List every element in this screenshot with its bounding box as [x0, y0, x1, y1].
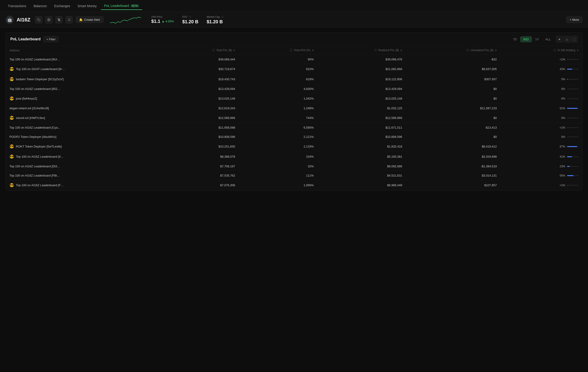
filter-button[interactable]: + Filter	[43, 36, 59, 43]
wallet-emoji: 😎	[10, 144, 14, 149]
unrealized-pnl: $3,014,131	[406, 171, 500, 180]
total-roi: 6,595%	[239, 123, 317, 132]
total-pnl: $13,025,148	[163, 94, 239, 104]
copy-icon[interactable]	[35, 16, 42, 23]
time-filter-1y[interactable]: 1Y	[532, 36, 542, 42]
col-holding-pct[interactable]: ⓘ % Still Holding ⬍	[500, 46, 582, 55]
total-roi: 1,042%	[239, 94, 317, 104]
holding-bar-fill	[567, 127, 567, 128]
beta-badge: BETA	[131, 4, 139, 7]
table-row[interactable]: POOP2 Token Deployer [4isuWiAz]$10,808,5…	[6, 132, 582, 141]
address-cell: POOP2 Token Deployer [4isuWiAz]	[6, 132, 163, 141]
svg-rect-0	[38, 19, 40, 21]
holding-pct-value: 0%	[559, 97, 565, 100]
table-row[interactable]: Top 100 on AI16Z Leaderboard [Dt3…$7,708…	[6, 162, 582, 171]
wallet-address: saood.sol [HWf7c3ev]	[16, 116, 45, 120]
mcap-section: Market Cap ⓘ $1.20 B	[207, 15, 224, 24]
nav-exchanges[interactable]: Exchanges	[51, 2, 73, 10]
create-alert-button[interactable]: 🔔 Create Alert	[75, 16, 104, 23]
realized-pnl: $12,589,966	[317, 113, 406, 123]
col-total-roi[interactable]: ⓘ Total ROI (%) ⬍	[239, 46, 317, 55]
wallet-emoji: 😎	[10, 154, 14, 159]
main-content: PnL Leaderboard + Filter 7D 90D 1Y ALL ★	[0, 28, 588, 195]
unrealized-pnl: $0	[406, 84, 500, 94]
top-navigation: Transactions Balances Exchanges Smart Mo…	[0, 0, 588, 12]
download-icon[interactable]	[563, 36, 570, 43]
holding-pct-value: 5%	[559, 78, 565, 81]
table-row[interactable]: 😎Top 100 on AI16Z Leaderboard [F…$7,076,…	[6, 180, 582, 190]
table-row[interactable]: Top 100 on AI16Z Leaderboard [FBi…$7,535…	[6, 171, 582, 180]
unrealized-pnl: -$32	[406, 55, 500, 64]
time-filter-group: 7D 90D 1Y ALL	[510, 36, 554, 42]
realized-pnl: $6,968,449	[317, 180, 406, 190]
sort-icon: ⬍	[233, 49, 235, 52]
unrealized-pnl: $0	[406, 113, 500, 123]
holding-pct-value: 56%	[559, 174, 565, 177]
table-row[interactable]: 😎Top 100 on AI16Z Leaderboard [9…$8,388,…	[6, 152, 582, 162]
unrealized-pnl: -$13,413	[406, 123, 500, 132]
time-filter-90d[interactable]: 90D	[520, 36, 532, 42]
bell-icon[interactable]	[65, 16, 73, 23]
more-button[interactable]: + More	[566, 16, 582, 23]
holding-bar-fill	[567, 108, 578, 109]
table-row[interactable]: Top 100 on AI16Z Leaderboard [Cya…$11,65…	[6, 123, 582, 132]
table-row[interactable]: 😎ROKT Token Deployer [5wTLevkk]$10,251,8…	[6, 141, 582, 152]
holding-bar-bg	[567, 59, 578, 60]
wallet-address: Top 100 on AI16Z Leaderboard [852…	[10, 87, 60, 91]
holding-pct-value: 0%	[559, 117, 565, 120]
time-filter-7d[interactable]: 7D	[510, 36, 520, 42]
table-body: Top 100 on AI16Z Leaderboard [9Ur…$39,06…	[6, 55, 582, 190]
col-unrealized-pnl[interactable]: ⓘ Unrealized PnL ($) ⬍	[406, 46, 500, 55]
holding-bar-fill	[567, 156, 572, 157]
star-icon[interactable]: ★	[556, 36, 563, 43]
wallet-address: degan-retard.sol [2UAeWoJ9]	[10, 106, 49, 110]
total-roi: 32%	[239, 162, 317, 171]
holding-pct-value: 43%	[559, 67, 565, 71]
wallet-address: POOP2 Token Deployer [4isuWiAz]	[10, 135, 56, 138]
unrealized-pnl: $0	[406, 132, 500, 141]
nav-smart-money[interactable]: Smart Money	[74, 2, 100, 10]
nav-transactions[interactable]: Transactions	[5, 2, 30, 10]
unrealized-pnl: $8,419,412	[406, 141, 500, 152]
nav-pnl-leaderboard[interactable]: PnL Leaderboard BETA	[101, 2, 142, 10]
total-pnl: $10,251,830	[163, 141, 239, 152]
table-row[interactable]: 😎pow [fwHknyxZ]$13,025,1481,042%$13,025,…	[6, 94, 582, 104]
realized-pnl: $13,429,094	[317, 84, 406, 94]
holding-pct-value: 0%	[559, 135, 565, 138]
table-row[interactable]: Top 100 on AI16Z Leaderboard [9Ur…$39,06…	[6, 55, 582, 64]
table-row[interactable]: Top 100 on AI16Z Leaderboard [852…$13,42…	[6, 84, 582, 94]
wallet-address: Top 100 on AI16Z Leaderboard [FBi…	[10, 174, 60, 177]
holding-bar-fill	[567, 166, 570, 167]
sort-icon: ⬍	[577, 49, 578, 52]
address-cell: Top 100 on AI16Z Leaderboard [FBi…	[6, 171, 163, 180]
table-header: Address ⓘ Total PnL ($) ⬍ ⓘ Total ROI (%…	[6, 46, 582, 55]
holding-bar-fill	[567, 69, 572, 70]
leaderboard-title: PnL Leaderboard	[10, 37, 41, 41]
col-total-pnl[interactable]: ⓘ Total PnL ($) ⬍	[163, 46, 239, 55]
holding-bar-fill	[567, 59, 567, 60]
globe-icon[interactable]	[45, 16, 52, 23]
address-cell: Top 100 on AI16Z Leaderboard [Cya…	[6, 123, 163, 132]
total-roi: 618%	[239, 74, 317, 84]
nav-balances[interactable]: Balances	[31, 2, 50, 10]
fullscreen-icon[interactable]	[571, 36, 578, 43]
unrealized-pnl: $11,587,219	[406, 104, 500, 113]
table-row[interactable]: 😎badaim Token Deployer [5C2yZxzV]$19,430…	[6, 74, 582, 84]
realized-pnl: $39,068,476	[317, 55, 406, 64]
holding-bar-bg	[567, 146, 578, 147]
unrealized-pnl: -$1,384,519	[406, 162, 500, 171]
wallet-address: badaim Token Deployer [5C2yZxzV]	[16, 77, 63, 81]
total-pnl: $12,619,343	[163, 104, 239, 113]
table-row[interactable]: 😎saood.sol [HWf7c3ev]$12,589,966744%$12,…	[6, 113, 582, 123]
price-change: ▲ 4.05%	[162, 20, 174, 23]
address-cell: 😎Top 100 on AI16Z Leaderboard [9…	[6, 152, 163, 162]
holding-pct-cell: <1%	[500, 123, 582, 132]
table-row[interactable]: 😎Top 100 on GOAT Leaderboard [6r…$30,719…	[6, 64, 582, 74]
realized-pnl: $13,025,148	[317, 94, 406, 104]
col-realized-pnl[interactable]: ⓘ Realized PnL ($) ⬍	[317, 46, 406, 55]
time-filter-all[interactable]: ALL	[542, 36, 554, 42]
holding-pct-cell: 87%	[500, 141, 582, 152]
total-roi: 4,830%	[239, 84, 317, 94]
twitter-icon[interactable]	[55, 16, 63, 23]
table-row[interactable]: degan-retard.sol [2UAeWoJ9]$12,619,3431,…	[6, 104, 582, 113]
